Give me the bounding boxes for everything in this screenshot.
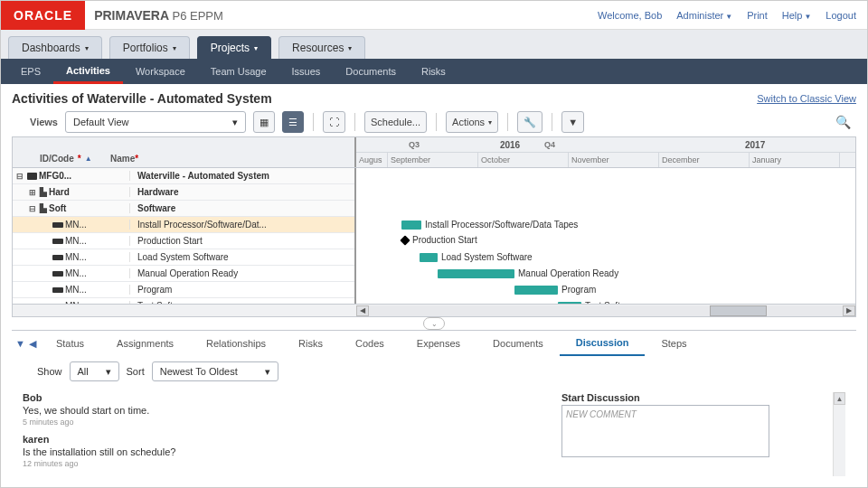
tab-projects[interactable]: Projects▾: [197, 36, 271, 59]
search-icon[interactable]: 🔍: [835, 115, 851, 129]
subnav-risks[interactable]: Risks: [409, 59, 458, 84]
gantt-chart[interactable]: Install Processor/Software/Data TapesPro…: [356, 168, 855, 304]
dtab-discussion[interactable]: Discussion: [560, 331, 646, 356]
row-id-cell: MN...: [13, 220, 130, 230]
scroll-right-icon[interactable]: ▶: [843, 305, 855, 316]
tab-dashboards[interactable]: Dashboards▾: [8, 36, 102, 59]
logout-link[interactable]: Logout: [826, 10, 856, 21]
dtab-documents[interactable]: Documents: [476, 331, 560, 356]
caret-down-icon: ▾: [348, 44, 352, 52]
activity-icon: [52, 287, 63, 293]
subnav-issues[interactable]: Issues: [279, 59, 334, 84]
activity-row[interactable]: MN...Production Start: [13, 233, 354, 249]
row-name-cell: Install Processor/Software/Dat...: [130, 220, 354, 230]
expand-icon[interactable]: ⊞: [29, 188, 38, 197]
collapse-icon[interactable]: ⊟: [29, 204, 38, 213]
column-name[interactable]: Name*: [103, 154, 354, 164]
gantt-bar[interactable]: [438, 269, 514, 278]
collapse-icon[interactable]: ⊟: [16, 172, 25, 181]
wbs-row[interactable]: ⊟ MFG0...Waterville - Automated System: [13, 168, 354, 184]
scroll-thumb[interactable]: [710, 305, 767, 316]
dtab-expenses[interactable]: Expenses: [401, 331, 476, 356]
switch-classic-view-link[interactable]: Switch to Classic View: [757, 93, 856, 104]
bar-label: Test Software: [585, 301, 640, 304]
filter-button[interactable]: ▼: [561, 111, 584, 133]
app-name-suffix: P6 EPPM: [172, 9, 222, 23]
bar-label: Program: [561, 285, 596, 295]
wbs-row[interactable]: ⊞▙ HardHardware: [13, 184, 354, 201]
caret-down-icon: ▾: [488, 118, 492, 127]
month-label: January: [750, 153, 840, 167]
activity-row[interactable]: MN...Test Software: [13, 298, 354, 304]
panel-prev-icon[interactable]: ◀: [29, 338, 36, 350]
show-label: Show: [37, 366, 62, 377]
quarter-label: Q3: [406, 140, 478, 149]
activity-table: ⊟ MFG0...Waterville - Automated System⊞▙…: [13, 168, 356, 304]
gantt-bar[interactable]: [558, 302, 581, 304]
sort-filter[interactable]: Newest To Oldest ▾: [152, 361, 278, 381]
row-id-cell: MN...: [13, 236, 130, 246]
view-selector-value: Default View: [73, 117, 129, 127]
start-discussion-title: Start Discussion: [561, 392, 815, 403]
dtab-steps[interactable]: Steps: [645, 331, 703, 356]
subnav-activities[interactable]: Activities: [53, 59, 123, 84]
tab-resources[interactable]: Resources▾: [278, 36, 365, 59]
splitter[interactable]: ⌄: [12, 317, 856, 330]
row-id-text: MN...: [65, 252, 87, 262]
gantt-bar[interactable]: [514, 286, 558, 295]
view-selector[interactable]: Default View ▾: [65, 111, 246, 133]
actions-menu[interactable]: Actions▾: [446, 111, 498, 133]
tab-portfolios[interactable]: Portfolios▾: [109, 36, 190, 59]
subnav-documents[interactable]: Documents: [333, 59, 409, 84]
subnav-teamusage[interactable]: Team Usage: [198, 59, 279, 84]
horizontal-scrollbar[interactable]: ◀ ▶: [13, 304, 855, 316]
comment-author: karen: [23, 434, 543, 445]
row-id-cell: ⊞▙ Hard: [13, 187, 130, 197]
dtab-risks[interactable]: Risks: [282, 331, 339, 356]
help-menu[interactable]: Help▼: [782, 10, 812, 21]
gantt-bar[interactable]: [420, 253, 438, 262]
app-name-primary: PRIMAVERA: [94, 8, 168, 23]
settings-button[interactable]: 🔧: [517, 111, 542, 133]
activity-row[interactable]: MN...Manual Operation Ready: [13, 266, 354, 282]
grid-view-button[interactable]: ▦: [253, 111, 275, 133]
subnav-workspace[interactable]: Workspace: [123, 59, 198, 84]
splitter-handle-icon[interactable]: ⌄: [423, 317, 445, 330]
show-filter[interactable]: All ▾: [70, 361, 119, 381]
collapse-panel-icon[interactable]: ▼: [15, 338, 25, 349]
fullscreen-button[interactable]: ⛶: [323, 111, 345, 133]
comment-author: Bob: [23, 392, 543, 403]
activity-icon: [52, 304, 63, 305]
vertical-scrollbar[interactable]: ▲: [833, 392, 845, 476]
subnav-eps[interactable]: EPS: [8, 59, 53, 84]
column-id[interactable]: ID/Code* ▲: [13, 154, 103, 164]
sort-label: Sort: [127, 366, 145, 377]
gantt-view-button[interactable]: ☰: [282, 111, 304, 133]
toolbar: Views Default View ▾ ▦ ☰ ⛶ Schedule... A…: [12, 111, 856, 133]
administer-menu[interactable]: Administer▼: [676, 10, 732, 21]
scroll-up-icon[interactable]: ▲: [834, 392, 845, 405]
gantt-bar[interactable]: [401, 221, 421, 230]
comment-time: 12 minutes ago: [23, 459, 543, 468]
row-id-cell: MN...: [13, 285, 130, 295]
row-name-cell: Waterville - Automated System: [130, 171, 354, 181]
row-id-cell: MN...: [13, 252, 130, 262]
dtab-assignments[interactable]: Assignments: [100, 331, 190, 356]
scroll-left-icon[interactable]: ◀: [356, 305, 369, 316]
dtab-relationships[interactable]: Relationships: [190, 331, 282, 356]
row-id-text: MN...: [65, 285, 87, 295]
activity-row[interactable]: MN...Program: [13, 282, 354, 298]
activity-row[interactable]: MN...Install Processor/Software/Dat...: [13, 217, 354, 233]
activity-row[interactable]: MN...Load System Software: [13, 249, 354, 266]
milestone-marker[interactable]: [400, 235, 410, 245]
row-id-cell: ⊟ MFG0...: [13, 171, 130, 181]
divider: [552, 113, 552, 131]
new-comment-input[interactable]: NEW COMMENT: [561, 405, 769, 457]
dtab-codes[interactable]: Codes: [339, 331, 401, 356]
print-link[interactable]: Print: [747, 10, 768, 21]
wbs-row[interactable]: ⊟▙ SoftSoftware: [13, 201, 354, 217]
schedule-button[interactable]: Schedule...: [364, 111, 427, 133]
divider: [354, 113, 355, 131]
dtab-status[interactable]: Status: [40, 331, 100, 356]
wrench-icon: 🔧: [524, 117, 536, 128]
